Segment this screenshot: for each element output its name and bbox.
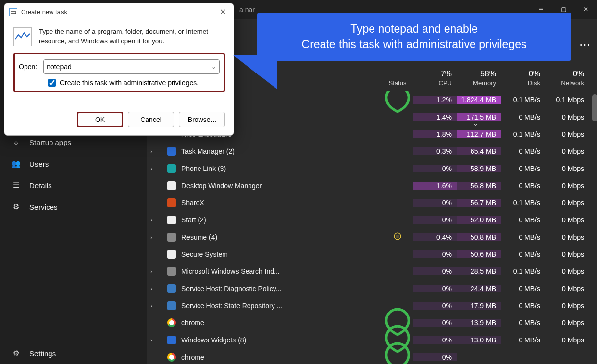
process-name: Secure System	[181, 250, 382, 258]
process-icon	[167, 164, 176, 173]
memory-cell: 52.0 MB	[457, 216, 501, 224]
column-network[interactable]: 0% Network	[545, 70, 589, 91]
network-cell: 0 Mbps	[545, 267, 589, 275]
sidebar-item-label: Startup apps	[29, 138, 71, 146]
memory-cell: 50.8 MB	[457, 233, 501, 241]
dialog-highlight-box: Open: ⌄ Create this task with administra…	[13, 53, 225, 92]
chevron-down-icon[interactable]: ⌄	[211, 63, 216, 70]
disk-cell: 0 MB/s	[501, 165, 545, 172]
close-window-button[interactable]: ✕	[574, 0, 597, 19]
table-row[interactable]: Secure System0%50.6 MB0 MB/s0 Mbps	[147, 245, 597, 263]
rocket-icon: ⟐	[11, 137, 21, 147]
network-cell: 0 Mbps	[545, 199, 589, 207]
memory-label: Memory	[457, 79, 496, 87]
cpu-cell: 0%	[413, 250, 457, 258]
table-row[interactable]: chrome0%13.9 MB0 MB/s0 Mbps	[147, 314, 597, 331]
settings-icon: ⚙	[11, 348, 21, 358]
expand-icon[interactable]: ›	[147, 337, 156, 343]
sidebar-item-details[interactable]: ☰ Details	[0, 174, 147, 196]
cpu-cell: 1.6%	[413, 182, 457, 190]
table-row[interactable]: ›Windows Widgets (8)0%13.0 MB0 MB/s0 Mbp…	[147, 331, 597, 348]
dialog-close-button[interactable]: ✕	[217, 6, 229, 18]
cpu-cell: 0%	[413, 353, 457, 361]
expand-icon[interactable]: ›	[147, 234, 156, 240]
callout-line2: Create this task with administrative pri…	[271, 37, 557, 52]
process-name: Task Manager (2)	[181, 147, 382, 155]
process-name: Service Host: State Repository ...	[181, 302, 382, 310]
disk-cell: 0 MB/s	[501, 233, 545, 241]
disk-label: Disk	[501, 79, 540, 87]
sidebar-item-users[interactable]: 👥 Users	[0, 153, 147, 174]
table-row[interactable]: chrome0%	[147, 348, 597, 364]
table-row[interactable]: ›Start (2)0%52.0 MB0 MB/s0 Mbps	[147, 211, 597, 228]
process-name: Windows Widgets (8)	[181, 336, 382, 344]
network-cell: 0 Mbps	[545, 302, 589, 310]
expand-icon[interactable]: ›	[147, 268, 156, 274]
table-row[interactable]: ›Phone Link (3)0%58.9 MB0 MB/s0 Mbps	[147, 160, 597, 177]
more-options-icon[interactable]: ⋯	[579, 38, 591, 51]
browse-button[interactable]: Browse...	[179, 112, 225, 127]
process-icon	[167, 146, 176, 156]
column-disk[interactable]: 0% Disk	[501, 70, 545, 91]
disk-cell: 0 MB/s	[501, 182, 545, 190]
process-name: Resume (4)	[181, 233, 382, 241]
cpu-percent: 7%	[413, 70, 452, 78]
cpu-cell: 0%	[413, 165, 457, 172]
memory-cell: 112.7 MB	[457, 130, 501, 138]
column-status[interactable]: Status	[382, 79, 413, 91]
table-row[interactable]: ›Microsoft Windows Search Ind...0%28.5 M…	[147, 263, 597, 280]
open-combobox[interactable]: ⌄	[43, 59, 220, 74]
disk-cell: 0 MB/s	[501, 147, 545, 155]
table-row[interactable]: ›Resume (4)0.4%50.8 MB0 MB/s0 Mbps	[147, 228, 597, 245]
expand-icon[interactable]: ›	[147, 303, 156, 309]
process-name: Start (2)	[181, 216, 382, 224]
network-percent: 0%	[545, 70, 584, 78]
table-row[interactable]: ›Service Host: State Repository ...0%17.…	[147, 297, 597, 314]
disk-cell: 0 MB/s	[501, 319, 545, 327]
disk-cell: 0.1 MB/s	[501, 267, 545, 275]
create-task-dialog: ▭ Create new task ✕ Type the name of a p…	[4, 3, 234, 136]
cpu-cell: 0%	[413, 216, 457, 224]
users-icon: 👥	[11, 159, 21, 169]
table-row[interactable]: ›Task Manager (2)0.3%65.4 MB0 MB/s0 Mbps	[147, 143, 597, 160]
column-memory[interactable]: 58% Memory	[457, 70, 501, 91]
expand-icon[interactable]: ›	[147, 148, 156, 154]
disk-cell: 0.1 MB/s	[501, 130, 545, 138]
table-row[interactable]: Desktop Window Manager1.6%56.8 MB0 MB/s0…	[147, 177, 597, 194]
disk-cell: 0 MB/s	[501, 285, 545, 292]
search-fragment: a nar	[234, 4, 260, 16]
memory-cell: 13.9 MB	[457, 319, 501, 327]
column-cpu[interactable]: 7% CPU	[413, 70, 457, 91]
sidebar-item-services[interactable]: ⚙ Services	[0, 196, 147, 218]
expand-icon[interactable]: ›	[147, 286, 156, 291]
cpu-cell: 1.8%	[413, 130, 457, 138]
cpu-cell: 0%	[413, 285, 457, 292]
open-label: Open:	[19, 63, 37, 71]
memory-cell: 58.9 MB	[457, 165, 501, 172]
cancel-button[interactable]: Cancel	[128, 112, 174, 127]
memory-cell: 50.6 MB	[457, 250, 501, 258]
disk-cell: 0 MB/s	[501, 250, 545, 258]
sidebar-item-settings[interactable]: ⚙ Settings	[0, 342, 147, 364]
network-label: Network	[545, 79, 584, 87]
process-icon	[167, 232, 176, 242]
memory-cell: 65.4 MB	[457, 147, 501, 155]
list-icon: ☰	[11, 180, 21, 190]
process-icon	[167, 267, 176, 276]
table-row[interactable]: ›Service Host: Diagnostic Policy...0%24.…	[147, 280, 597, 297]
dialog-titlebar: ▭ Create new task ✕	[4, 3, 234, 21]
cpu-cell: 0%	[413, 319, 457, 327]
expand-icon[interactable]: ›	[147, 217, 156, 223]
disk-percent: 0%	[501, 70, 540, 78]
sidebar-item-label: Users	[29, 160, 49, 168]
scrollbar-thumb[interactable]	[592, 94, 597, 121]
process-name: Phone Link (3)	[181, 165, 382, 172]
admin-checkbox-label: Create this task with administrative pri…	[60, 79, 199, 87]
process-icon	[167, 318, 176, 328]
table-row[interactable]: ShareX0%56.7 MB0.1 MB/s0 Mbps	[147, 194, 597, 211]
admin-checkbox[interactable]	[48, 79, 56, 87]
cpu-cell: 0%	[413, 267, 457, 275]
ok-button[interactable]: OK	[77, 112, 123, 127]
expand-icon[interactable]: ›	[147, 166, 156, 171]
open-input[interactable]	[47, 63, 211, 71]
